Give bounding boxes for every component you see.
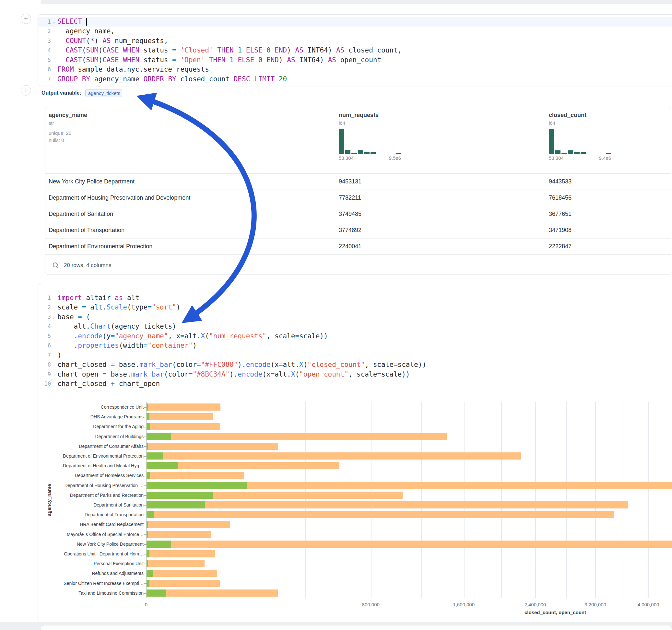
line-number: 10 [39, 381, 51, 387]
code-line[interactable]: 3⌄base = ( [38, 312, 672, 322]
line-gutter: 4 [38, 323, 56, 330]
column-header[interactable]: num_requestsi6453,3049.5e6 [336, 107, 546, 173]
sql-cell: 1⌄SELECT 2 agency_name,3 COUNT(*) AS num… [38, 14, 672, 86]
bar-open-count [146, 413, 149, 420]
code-line[interactable]: 5 CAST(SUM(CASE WHEN status = 'Open' THE… [38, 55, 672, 65]
output-variable-label: Output variable: [42, 90, 81, 96]
line-gutter: 3 [38, 38, 56, 44]
code-line[interactable]: 1⌄SELECT [38, 17, 672, 27]
column-name: agency_name [49, 112, 336, 119]
histogram-bar [370, 152, 376, 154]
column-header[interactable]: agency_namestrunique: 20nulls: 0 [45, 107, 336, 173]
code-line[interactable]: 6FROM sample_data.nyc.service_requests [38, 65, 672, 75]
code-text[interactable]: .properties(width="container") [57, 342, 197, 349]
line-number: 7 [39, 76, 51, 82]
code-text[interactable]: import altair as alt [57, 294, 139, 302]
category-label: Department of Environmental Protection [40, 453, 144, 459]
output-variable-badge[interactable]: agency_tickets [85, 89, 122, 97]
column-type: i64 [549, 120, 671, 126]
table-cell: Department of Housing Preservation and D… [45, 194, 336, 201]
column-header[interactable]: closed_counti6453,3049.4e6 [546, 107, 671, 173]
code-line[interactable]: 7) [38, 350, 672, 360]
code-line[interactable]: 9chart_open = base.mark_bar(color="#8BC3… [38, 369, 672, 379]
histogram-bar [574, 152, 580, 154]
column-type: str [49, 120, 336, 126]
bar-chart: 0800,0001,600,0002,400,0003,200,0004,000… [38, 402, 672, 623]
code-text[interactable]: chart_closed + chart_open [57, 380, 160, 388]
y-axis-tick [144, 466, 146, 466]
code-text[interactable]: FROM sample_data.nyc.service_requests [57, 66, 209, 73]
code-text[interactable]: chart_closed = base.mark_bar(color="#FFC… [57, 361, 426, 368]
bar-closed-count [146, 550, 215, 557]
code-text[interactable]: CAST(SUM(CASE WHEN status = 'Closed' THE… [57, 46, 402, 54]
code-text[interactable]: alt.Chart(agency_tickets) [57, 322, 176, 330]
gridline [535, 402, 536, 598]
line-number: 8 [39, 361, 51, 368]
line-number: 6 [39, 342, 51, 349]
gridline [464, 402, 464, 598]
bar-open-count [146, 433, 171, 440]
category-label: DHS Advantage Programs [40, 414, 144, 419]
histogram-bar [561, 153, 567, 154]
code-line[interactable]: 6 .properties(width="container") [38, 341, 672, 350]
code-line[interactable]: 7GROUP BY agency_name ORDER BY closed_co… [38, 74, 672, 84]
y-axis-tick [144, 407, 146, 408]
code-text[interactable]: scale = alt.Scale(type="sqrt") [57, 303, 180, 311]
code-line[interactable]: 3 COUNT(*) AS num_requests, [38, 36, 672, 46]
add-cell-button[interactable]: + [21, 14, 31, 24]
hist-min-label: 53,304 [549, 155, 564, 161]
code-line[interactable]: 8chart_closed = base.mark_bar(color="#FF… [38, 360, 672, 370]
python-editor[interactable]: 1import altair as alt2scale = alt.Scale(… [38, 283, 672, 389]
code-text[interactable]: GROUP BY agency_name ORDER BY closed_cou… [57, 75, 287, 83]
code-text[interactable]: chart_open = base.mark_bar(color="#8BC34… [57, 370, 410, 378]
category-label: Department of Buildings [40, 434, 144, 439]
hist-max-label: 9.4e6 [599, 155, 611, 161]
add-cell-button[interactable]: + [21, 85, 31, 96]
sql-editor[interactable]: 1⌄SELECT 2 agency_name,3 COUNT(*) AS num… [38, 15, 672, 84]
search-icon[interactable] [52, 262, 59, 269]
code-line[interactable]: 2scale = alt.Scale(type="sqrt") [38, 303, 672, 312]
table-cell: Department of Sanitation [45, 211, 336, 217]
results-table: agency_namestrunique: 20nulls: 0num_requ… [45, 107, 671, 275]
code-line[interactable]: 2 agency_name, [38, 27, 672, 36]
y-axis-tick [144, 563, 146, 564]
code-text[interactable]: CAST(SUM(CASE WHEN status = 'Open' THEN … [57, 56, 381, 64]
histogram-bar [599, 154, 605, 154]
bar-open-count [146, 511, 154, 518]
bar-closed-count [146, 423, 220, 430]
x-tick-label: 800,000 [362, 602, 380, 607]
fold-chevron-icon[interactable]: ⌄ [51, 315, 56, 319]
code-text[interactable]: agency_name, [57, 27, 115, 35]
bar-closed-count [146, 472, 244, 479]
code-text[interactable]: ) [57, 351, 62, 359]
line-gutter: 10 [38, 381, 56, 387]
code-line[interactable]: 10chart_closed + chart_open [38, 379, 672, 389]
line-gutter: 1⌄ [38, 19, 56, 25]
bar-closed-count [146, 589, 278, 597]
line-number: 4 [39, 47, 51, 53]
code-line[interactable]: 1import altair as alt [38, 293, 672, 303]
line-gutter: 9 [38, 371, 56, 378]
histogram-bar [377, 154, 382, 154]
code-text[interactable]: SELECT [57, 18, 87, 26]
y-axis-tick [144, 583, 146, 584]
line-number: 1 [39, 295, 51, 301]
x-tick-label: 4,000,000 [638, 602, 659, 607]
line-number: 5 [39, 57, 51, 63]
histogram-bar [593, 154, 599, 154]
code-line[interactable]: 5 .encode(y="agency_name", x=alt.X("num_… [38, 331, 672, 341]
histogram-bar [587, 154, 592, 154]
code-text[interactable]: .encode(y="agency_name", x=alt.X("num_re… [57, 332, 328, 340]
code-line[interactable]: 4 CAST(SUM(CASE WHEN status = 'Closed' T… [38, 46, 672, 55]
category-label: Department of Transportation [40, 512, 144, 517]
histogram-bar [358, 150, 363, 154]
gridline [371, 402, 371, 598]
y-axis-tick [144, 525, 146, 525]
code-text[interactable]: base = ( [57, 313, 90, 321]
fold-chevron-icon[interactable]: ⌄ [51, 20, 56, 24]
table-cell: 3471908 [546, 227, 671, 234]
code-line[interactable]: 4 alt.Chart(agency_tickets) [38, 322, 672, 332]
line-number: 6 [39, 66, 51, 73]
code-text[interactable]: COUNT(*) AS num_requests, [57, 37, 168, 45]
gridline [595, 402, 596, 598]
